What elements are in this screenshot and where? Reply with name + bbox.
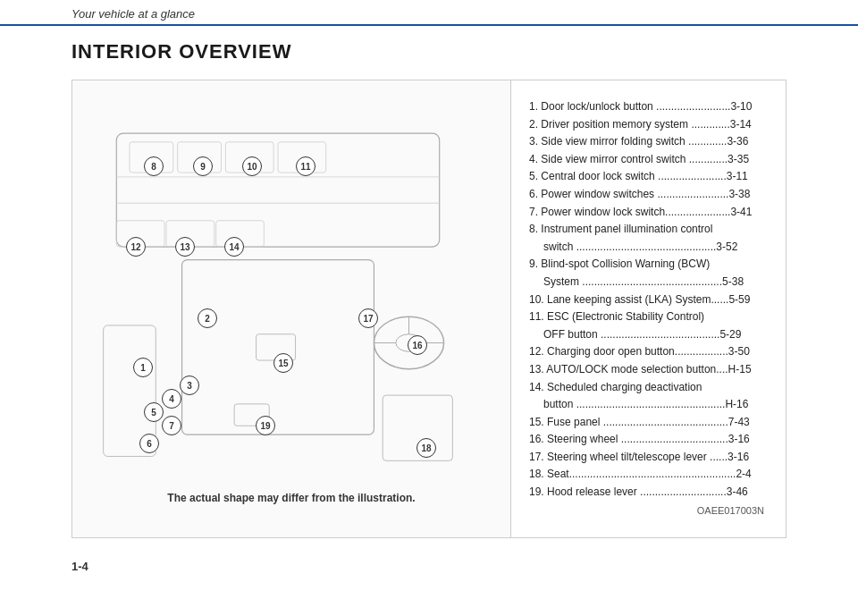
circle-c16: 16: [408, 335, 427, 355]
ref-sub-item-14b: button .................................…: [529, 396, 771, 413]
circle-c19: 19: [256, 416, 275, 435]
reference-list: 1. Door lock/unlock button .............…: [529, 98, 771, 501]
page-number: 1-4: [72, 560, 88, 573]
ref-item-19: 19. Hood release lever .................…: [529, 484, 771, 501]
circle-c4: 4: [162, 389, 181, 409]
circle-c8: 8: [144, 156, 164, 176]
circle-c2: 2: [198, 308, 217, 328]
ref-item-1: 1. Door lock/unlock button .............…: [529, 98, 771, 115]
circle-c3: 3: [180, 376, 199, 395]
ref-item-16: 16. Steering wheel .....................…: [529, 431, 771, 448]
ref-item-7: 7. Power window lock switch.............…: [529, 204, 771, 221]
circle-c7: 7: [162, 416, 181, 435]
ref-sub-item-9b: System .................................…: [529, 274, 771, 291]
page-footer: 1-4: [0, 556, 858, 577]
section-title: INTERIOR OVERVIEW: [72, 40, 786, 63]
diagram-inner: 89101112131421716131545719618: [90, 98, 466, 483]
header-title: Your vehicle at a glance: [72, 7, 195, 21]
ref-item-14a: 14. Scheduled charging deactivation: [529, 379, 771, 396]
ref-item-17: 17. Steering wheel tilt/telescope lever …: [529, 449, 771, 466]
circle-c15: 15: [273, 353, 293, 373]
circle-c10: 10: [242, 156, 262, 176]
circle-c17: 17: [358, 308, 378, 328]
circle-c18: 18: [416, 438, 436, 458]
ref-item-11a: 11. ESC (Electronic Stability Control): [529, 308, 771, 325]
oae-code: OAEE017003N: [529, 502, 771, 519]
ref-item-9a: 9. Blind-spot Collision Warning (BCW): [529, 256, 771, 273]
circle-c5: 5: [144, 402, 164, 422]
ref-item-2: 2. Driver position memory system .......…: [529, 116, 771, 133]
ref-sub-item-8b: switch .................................…: [529, 239, 771, 256]
ref-item-13: 13. AUTO/LOCK mode selection button....H…: [529, 361, 771, 378]
ref-item-15: 15. Fuse panel .........................…: [529, 414, 771, 431]
reference-area: 1. Door lock/unlock button .............…: [510, 80, 786, 537]
circle-c11: 11: [296, 156, 315, 176]
main-box: 89101112131421716131545719618 The actual…: [72, 80, 786, 538]
diagram-caption: The actual shape may differ from the ill…: [90, 492, 492, 504]
circle-c1: 1: [133, 358, 153, 377]
ref-item-8a: 8. Instrument panel illumination control: [529, 221, 771, 238]
ref-sub-item-11b: OFF button .............................…: [529, 326, 771, 343]
circle-c13: 13: [175, 237, 195, 257]
ref-item-5: 5. Central door lock switch ............…: [529, 168, 771, 185]
diagram-area: 89101112131421716131545719618 The actual…: [72, 80, 510, 537]
circle-c14: 14: [224, 237, 244, 257]
circle-c6: 6: [139, 434, 159, 453]
ref-item-18: 18. Seat................................…: [529, 466, 771, 483]
circle-c12: 12: [126, 237, 146, 257]
page-header: Your vehicle at a glance: [0, 0, 858, 26]
ref-item-6: 6. Power window switches ...............…: [529, 186, 771, 203]
ref-item-10: 10. Lane keeping assist (LKA) System....…: [529, 291, 771, 308]
ref-item-12: 12. Charging door open button...........…: [529, 343, 771, 360]
ref-item-4: 4. Side view mirror control switch .....…: [529, 151, 771, 168]
ref-item-3: 3. Side view mirror folding switch .....…: [529, 133, 771, 150]
circle-c9: 9: [193, 156, 213, 176]
numbered-circles: 89101112131421716131545719618: [90, 98, 466, 474]
page-content: INTERIOR OVERVIEW: [0, 26, 858, 556]
